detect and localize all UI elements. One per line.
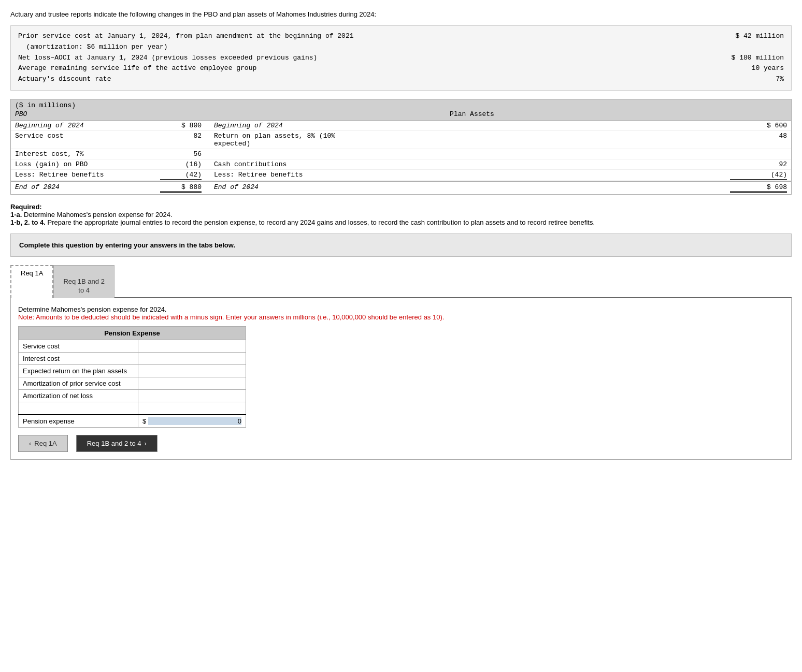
instruction-box: Complete this question by entering your … bbox=[10, 233, 792, 257]
expected-return-label: Expected return on the plan assets bbox=[19, 364, 138, 377]
expected-return-input[interactable] bbox=[142, 367, 241, 375]
pa-row-return: Return on plan assets, 8% (10%expected) bbox=[214, 132, 730, 148]
pa-val-end: $ 698 bbox=[730, 183, 787, 193]
interest-cost-label: Interest cost bbox=[19, 352, 138, 364]
pa-val-return: 48 bbox=[730, 132, 787, 148]
tab-req1a[interactable]: Req 1A bbox=[10, 265, 53, 298]
interest-cost-input[interactable] bbox=[142, 355, 241, 362]
info-block: Prior service cost at January 1, 2024, f… bbox=[10, 25, 792, 91]
pension-table-header: Pension Expense bbox=[19, 326, 246, 340]
required-section: Required: 1-a. Determine Mahomes's pensi… bbox=[10, 203, 792, 226]
dollar-sign: $ bbox=[142, 417, 146, 425]
tabs-container: Req 1A Req 1B and 2to 4 bbox=[10, 264, 792, 298]
pbo-row-service: Service cost bbox=[15, 132, 160, 148]
next-icon: › bbox=[145, 440, 147, 447]
amort-net-loss-label: Amortization of net loss bbox=[19, 389, 138, 402]
prev-label: Req 1A bbox=[34, 440, 56, 447]
main-table: ($ in millions) PBO Plan Assets Beginnin… bbox=[10, 99, 792, 195]
amort-net-loss-input-cell[interactable] bbox=[138, 389, 246, 402]
amort-prior-input[interactable] bbox=[142, 379, 241, 387]
pbo-val-retiree: (42) bbox=[160, 171, 202, 180]
next-button[interactable]: Req 1B and 2 to 4 › bbox=[76, 435, 157, 452]
required-item1: 1-a. Determine Mahomes's pension expense… bbox=[10, 211, 792, 218]
next-label: Req 1B and 2 to 4 bbox=[87, 440, 141, 447]
instruction-text: Complete this question by entering your … bbox=[19, 241, 235, 249]
tab-req1b[interactable]: Req 1B and 2to 4 bbox=[53, 265, 114, 298]
pension-total-cell[interactable]: $ bbox=[138, 415, 246, 428]
pbo-val-end: $ 880 bbox=[160, 183, 202, 193]
prev-icon: ‹ bbox=[29, 440, 31, 447]
prev-button[interactable]: ‹ Req 1A bbox=[18, 435, 68, 452]
info-left-4: Actuary's discount rate bbox=[18, 74, 691, 85]
required-item2: 1-b, 2. to 4. Prepare the appropriate jo… bbox=[10, 218, 792, 226]
info-right-1: $ 42 million bbox=[691, 31, 784, 53]
pbo-column-label: PBO bbox=[15, 110, 160, 118]
table-row: Amortization of net loss bbox=[19, 389, 246, 402]
info-row-2: Net loss–AOCI at January 1, 2024 (previo… bbox=[18, 53, 784, 64]
info-right-4: 7% bbox=[691, 74, 784, 85]
amort-prior-input-cell[interactable] bbox=[138, 377, 246, 389]
info-row-1: Prior service cost at January 1, 2024, f… bbox=[18, 31, 784, 53]
service-cost-label: Service cost bbox=[19, 340, 138, 352]
info-right-2: $ 180 million bbox=[691, 53, 784, 64]
table-row: Service cost bbox=[19, 340, 246, 352]
pbo-val-service: 82 bbox=[160, 132, 202, 148]
tab-note: Note: Amounts to be deducted should be i… bbox=[18, 313, 784, 321]
table-body: Beginning of 2024 $ 800 Beginning of 202… bbox=[11, 121, 791, 194]
pension-expense-table: Pension Expense Service cost Interest co… bbox=[18, 326, 246, 428]
pbo-row-loss: Loss (gain) on PBO bbox=[15, 160, 160, 168]
pa-val-cash: 92 bbox=[730, 160, 787, 168]
pa-row-beginning: Beginning of 2024 bbox=[214, 122, 730, 129]
pbo-val-beginning: $ 800 bbox=[160, 122, 202, 129]
service-cost-input[interactable] bbox=[142, 342, 241, 350]
pa-row-retiree: Less: Retiree benefits bbox=[214, 171, 730, 180]
pa-row-end: End of 2024 bbox=[214, 183, 730, 193]
table-row: Expected return on the plan assets bbox=[19, 364, 246, 377]
table-unit-label: ($ in millions) bbox=[15, 101, 787, 109]
nav-buttons: ‹ Req 1A Req 1B and 2 to 4 › bbox=[18, 435, 784, 452]
empty-row-label bbox=[19, 402, 138, 415]
tab-req1a-label: Req 1A bbox=[21, 269, 43, 277]
pbo-row-retiree: Less: Retiree benefits bbox=[15, 171, 160, 180]
tab-title: Determine Mahomes's pension expense for … bbox=[18, 305, 784, 313]
pa-row-cash: Cash contributions bbox=[214, 160, 730, 168]
info-right-3: 10 years bbox=[691, 63, 784, 74]
empty-row-input-cell[interactable] bbox=[138, 402, 246, 415]
info-row-4: Actuary's discount rate 7% bbox=[18, 74, 784, 85]
tab-content-area: Determine Mahomes's pension expense for … bbox=[10, 298, 792, 460]
table-row: Interest cost bbox=[19, 352, 246, 364]
pension-expense-label: Pension expense bbox=[19, 415, 138, 428]
pbo-row-end: End of 2024 bbox=[15, 183, 160, 193]
required-title: Required: bbox=[10, 203, 42, 211]
pbo-row-beginning: Beginning of 2024 bbox=[15, 122, 160, 129]
intro-text: Actuary and trustee reports indicate the… bbox=[10, 10, 792, 18]
plan-assets-column-label: Plan Assets bbox=[214, 110, 730, 118]
interest-cost-input-cell[interactable] bbox=[138, 352, 246, 364]
info-left-1: Prior service cost at January 1, 2024, f… bbox=[18, 31, 691, 53]
info-left-2: Net loss–AOCI at January 1, 2024 (previo… bbox=[18, 53, 691, 64]
pa-val-retiree: (42) bbox=[730, 171, 787, 180]
pbo-val-interest: 56 bbox=[160, 150, 202, 158]
tab-req1b-label: Req 1B and 2to 4 bbox=[63, 277, 105, 294]
pbo-val-loss: (16) bbox=[160, 160, 202, 168]
table-row: Amortization of prior service cost bbox=[19, 377, 246, 389]
pbo-row-interest: Interest cost, 7% bbox=[15, 150, 160, 158]
expected-return-input-cell[interactable] bbox=[138, 364, 246, 377]
empty-row-input[interactable] bbox=[142, 404, 241, 412]
info-left-3: Average remaining service life of the ac… bbox=[18, 63, 691, 74]
service-cost-input-cell[interactable] bbox=[138, 340, 246, 352]
amort-prior-label: Amortization of prior service cost bbox=[19, 377, 138, 389]
info-row-3: Average remaining service life of the ac… bbox=[18, 63, 784, 74]
pension-total-input[interactable] bbox=[148, 417, 241, 425]
pa-val-beginning: $ 600 bbox=[730, 122, 787, 129]
table-row bbox=[19, 402, 246, 415]
amort-net-loss-input[interactable] bbox=[142, 392, 241, 400]
pension-total-row: Pension expense $ bbox=[19, 415, 246, 428]
tab-content-note: Determine Mahomes's pension expense for … bbox=[18, 305, 784, 321]
